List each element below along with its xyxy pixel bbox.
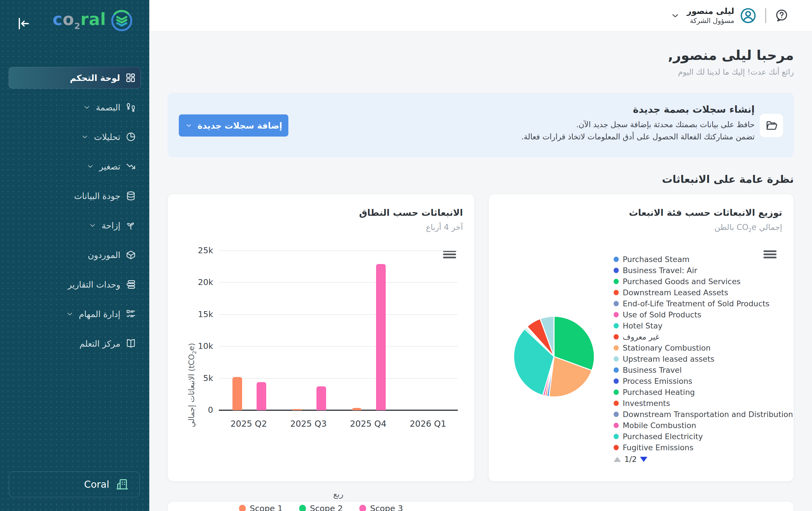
legend-label: Purchased Electricity (623, 432, 703, 441)
report-units-icon (125, 279, 136, 290)
bar-scope-3-2025-q3[interactable] (316, 387, 326, 410)
book-icon (125, 338, 136, 349)
bar-scope-1-2025-q3[interactable] (292, 409, 302, 410)
gridline (219, 378, 458, 379)
legend-item[interactable]: Downstream Leased Assets (614, 287, 793, 298)
pie-chart-subtitle: إجمالي CO2e بالطن (714, 223, 782, 233)
sidebar-item[interactable]: تحليلات (0, 122, 149, 151)
topbar-divider (765, 8, 766, 23)
legend-marker (614, 390, 619, 395)
user-name: ليلى منصور (687, 6, 734, 16)
pie-chart (513, 315, 596, 398)
banner-text: إنشاء سجلات بصمة جديدة حافظ على بيانات ب… (304, 104, 755, 141)
sidebar-item[interactable]: إدارة المهام (0, 299, 149, 329)
footprints-icon (125, 102, 136, 113)
legend-item[interactable]: Purchased Heating (614, 387, 793, 398)
legend-item[interactable]: Fugitive Emissions (614, 442, 793, 453)
collapse-sidebar-icon[interactable] (14, 15, 31, 32)
legend-marker (614, 312, 619, 317)
bar-scope-3-2025-q2[interactable] (257, 382, 266, 410)
legend-label: Business Travel (623, 366, 682, 374)
add-records-button[interactable]: إضافة سجلات جديدة (179, 114, 288, 137)
sidebar-menu: لوحة التحكمالبصمةتحليلاتتصغيرجودة البيان… (0, 63, 149, 358)
legend-marker (359, 505, 366, 511)
sidebar-item[interactable]: وحدات التقارير (0, 270, 149, 299)
legend-marker (614, 257, 619, 262)
legend-marker (614, 411, 619, 417)
legend-item[interactable]: Hotel Stay (614, 320, 793, 331)
organization-switcher[interactable]: Coral (9, 471, 140, 498)
bar-x-axis-label: ربع (219, 489, 458, 499)
legend-marker (614, 334, 619, 340)
sidebar-item[interactable]: الموردون (0, 240, 149, 270)
avatar[interactable] (740, 7, 757, 24)
user-role: مسؤول الشركة (687, 17, 734, 25)
legend-item[interactable]: Stationary Combustion (614, 342, 793, 353)
chevron-down-icon (89, 221, 96, 229)
bar-scope-3-2025-q4[interactable] (376, 264, 386, 410)
legend-label: Use of Sold Products (623, 310, 701, 319)
x-axis-tick: 2025 Q4 (337, 419, 399, 429)
legend-item[interactable]: Purchased Steam (614, 254, 793, 265)
sidebar-item[interactable]: إزاحة (0, 211, 149, 240)
app-logo: co2ral (53, 8, 134, 33)
sidebar-item[interactable]: البصمة (0, 92, 149, 122)
legend-label: Stationary Combustion (623, 343, 711, 352)
user-menu[interactable]: ليلى منصور مسؤول الشركة (687, 6, 734, 25)
sidebar-item[interactable]: لوحة التحكم (0, 63, 149, 92)
legend-label: Purchased Heating (623, 388, 695, 397)
legend-page-down-icon[interactable] (640, 457, 647, 462)
legend-item[interactable]: Use of Sold Products (614, 309, 793, 320)
x-axis-tick: 2025 Q3 (277, 419, 340, 429)
y-axis-tick: 25k (192, 246, 213, 255)
chevron-down-icon (66, 310, 74, 318)
chevron-down-icon[interactable] (670, 11, 680, 21)
legend-marker (614, 323, 619, 329)
legend-label: Upstream leased assets (623, 354, 714, 363)
banner-line-2: تضمن مشاركتك الفعالة الحصول على أدق المع… (304, 132, 755, 141)
sidebar-item[interactable]: جودة البيانات (0, 181, 149, 211)
legend-item[interactable]: Business Travel: Air (614, 265, 793, 276)
legend-label: Downstream Leased Assets (623, 288, 728, 297)
sidebar-item[interactable]: تصغير (0, 151, 149, 181)
y-axis-tick: 20k (192, 277, 213, 287)
legend-label: Hotel Stay (623, 321, 662, 330)
legend-item[interactable]: Upstream leased assets (614, 353, 793, 365)
legend-item[interactable]: Downstream Transportation and Distributi… (614, 409, 793, 420)
gridline (219, 346, 458, 347)
create-records-banner: إنشاء سجلات بصمة جديدة حافظ على بيانات ب… (168, 93, 794, 157)
legend-item[interactable]: Process Emissions (614, 376, 793, 387)
sidebar-item-label: إزاحة (102, 221, 120, 230)
pie-chart-card: توزيع الانبعاثات حسب فئة الانبعاث إجمالي… (489, 194, 794, 481)
legend-item[interactable]: End-of-Life Treatment of Sold Products (614, 298, 793, 309)
content: مرحبا ليلى منصور, رائع أنك عدت! إليك ما … (149, 47, 812, 511)
legend-item[interactable]: Mobile Combustion (614, 420, 793, 431)
sidebar-item-label: تحليلات (94, 132, 120, 142)
chevron-down-icon (83, 103, 91, 111)
legend-item[interactable]: Scope 1 (239, 504, 283, 511)
main-area: ليلى منصور مسؤول الشركة مرحبا ليلى منصور… (149, 0, 812, 511)
charts-row: توزيع الانبعاثات حسب فئة الانبعاث إجمالي… (168, 194, 794, 481)
gridline (219, 282, 458, 283)
legend-item[interactable]: Purchased Electricity (614, 431, 793, 442)
legend-label: Purchased Goods and Services (623, 277, 741, 286)
bar-scope-1-2025-q2[interactable] (232, 377, 242, 410)
legend-item[interactable]: غير معروف (614, 331, 793, 342)
help-icon[interactable] (775, 8, 789, 23)
legend-page-up-icon[interactable] (614, 457, 621, 462)
logo-wordmark: co2ral (53, 11, 106, 30)
legend-label: Purchased Steam (623, 255, 690, 264)
legend-label: End-of-Life Treatment of Sold Products (623, 299, 770, 308)
legend-label: Scope 1 (250, 504, 283, 511)
legend-item[interactable]: Scope 2 (299, 504, 343, 511)
legend-item[interactable]: Scope 3 (359, 504, 403, 511)
legend-item[interactable]: Investments (614, 398, 793, 409)
legend-label: Scope 3 (370, 504, 403, 511)
organization-name: Coral (84, 479, 109, 490)
sidebar-item[interactable]: مركز التعلم (0, 329, 149, 358)
page-title: مرحبا ليلى منصور, (168, 47, 794, 63)
legend-item[interactable]: Business Travel (614, 365, 793, 376)
bar-scope-1-2025-q4[interactable] (352, 408, 361, 410)
legend-item[interactable]: Purchased Goods and Services (614, 276, 793, 287)
gridline (219, 250, 458, 251)
